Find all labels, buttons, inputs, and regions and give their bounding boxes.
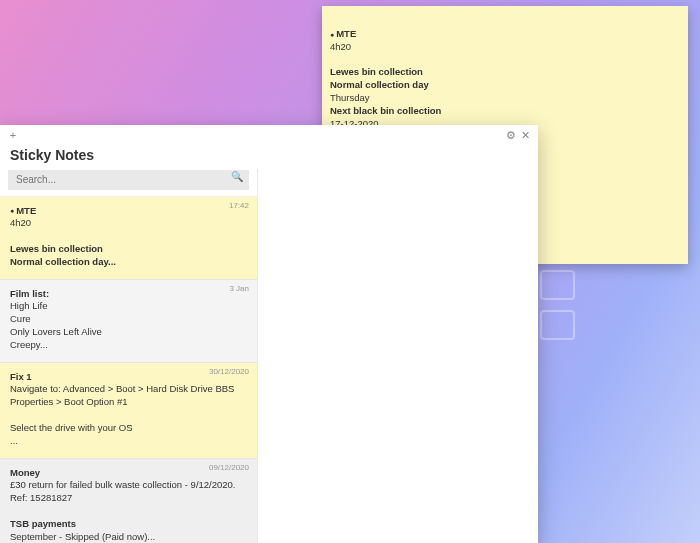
note-line bbox=[10, 230, 247, 243]
sticky-notes-list-window: + ⚙ ✕ Sticky Notes 🔍 17:42MTE4h20 Lewes … bbox=[0, 125, 538, 543]
note-line: Lewes bin collection bbox=[10, 243, 247, 256]
note-timestamp: 17:42 bbox=[229, 201, 249, 212]
note-line: £30 return for failed bulk waste collect… bbox=[10, 479, 247, 505]
note-line: TSB payments bbox=[10, 518, 247, 531]
note-timestamp: 09/12/2020 bbox=[209, 463, 249, 474]
sticky-line: 4h20 bbox=[330, 41, 668, 54]
desktop-decoration bbox=[540, 310, 575, 340]
note-line bbox=[10, 409, 247, 422]
note-line: ... bbox=[10, 435, 247, 448]
close-icon[interactable]: ✕ bbox=[518, 129, 532, 142]
note-line: Select the drive with your OS bbox=[10, 422, 247, 435]
note-line: September - Skipped (Paid now)... bbox=[10, 531, 247, 543]
desktop-decoration bbox=[540, 270, 575, 300]
search-input[interactable] bbox=[8, 170, 249, 190]
sticky-line: Next black bin collection bbox=[330, 105, 668, 118]
note-line: MTE bbox=[10, 205, 247, 218]
note-line: Film list: bbox=[10, 288, 247, 301]
window-title: Sticky Notes bbox=[0, 145, 538, 169]
titlebar: + ⚙ ✕ bbox=[0, 125, 538, 145]
note-line: Normal collection day... bbox=[10, 256, 247, 269]
note-line: Navigate to: Advanced > Boot > Hard Disk… bbox=[10, 383, 247, 409]
note-card[interactable]: 17:42MTE4h20 Lewes bin collectionNormal … bbox=[0, 197, 257, 280]
sticky-line bbox=[330, 54, 668, 67]
note-card[interactable]: 09/12/2020Money£30 return for failed bul… bbox=[0, 459, 257, 544]
new-note-button[interactable]: + bbox=[6, 129, 20, 141]
note-card[interactable]: 30/12/2020Fix 1Navigate to: Advanced > B… bbox=[0, 363, 257, 459]
settings-icon[interactable]: ⚙ bbox=[504, 129, 518, 142]
search-icon: 🔍 bbox=[231, 171, 243, 182]
sticky-line: Thursday bbox=[330, 92, 668, 105]
sticky-line: MTE bbox=[330, 28, 668, 41]
note-line: High Life bbox=[10, 300, 247, 313]
preview-pane bbox=[258, 169, 538, 543]
note-timestamp: 3 Jan bbox=[229, 284, 249, 295]
note-line: 4h20 bbox=[10, 217, 247, 230]
note-line: Only Lovers Left Alive bbox=[10, 326, 247, 339]
sticky-line: Lewes bin collection bbox=[330, 66, 668, 79]
notes-list[interactable]: 17:42MTE4h20 Lewes bin collectionNormal … bbox=[0, 196, 257, 544]
note-line: Creepy... bbox=[10, 339, 247, 352]
note-line bbox=[10, 505, 247, 518]
search-wrap: 🔍 bbox=[0, 169, 257, 196]
note-timestamp: 30/12/2020 bbox=[209, 367, 249, 378]
note-line: Cure bbox=[10, 313, 247, 326]
sticky-line: Normal collection day bbox=[330, 79, 668, 92]
note-card[interactable]: 3 JanFilm list:High LifeCureOnly Lovers … bbox=[0, 280, 257, 363]
